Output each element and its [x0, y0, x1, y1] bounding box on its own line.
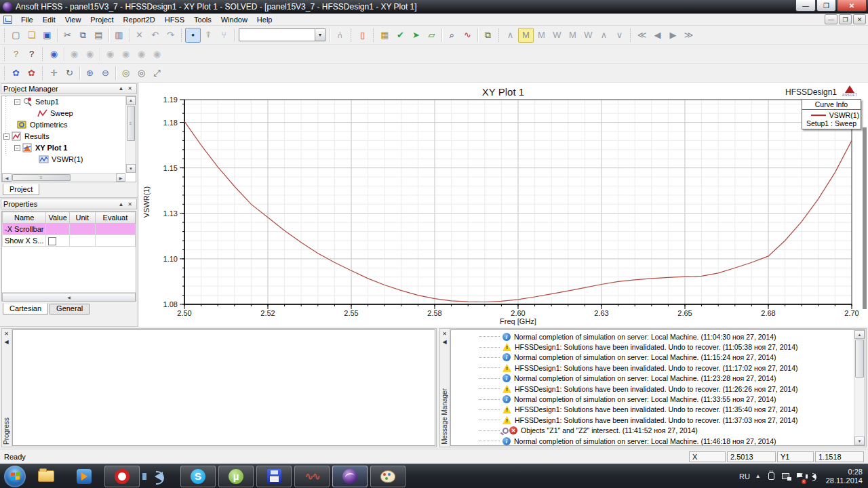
- help-book-icon[interactable]: ?: [8, 47, 24, 62]
- new-icon[interactable]: ▢: [8, 28, 24, 43]
- scroll-right-icon[interactable]: ▶: [116, 174, 125, 182]
- view-show-all-icon[interactable]: ◉: [118, 47, 134, 62]
- taskbar-app-hfss[interactable]: [332, 466, 368, 487]
- nav-first-icon[interactable]: ≪: [634, 28, 650, 43]
- column-header-name[interactable]: Name: [3, 212, 46, 224]
- taskbar-app-save-tool[interactable]: [256, 466, 292, 487]
- taskbar-app-utorrent[interactable]: µ: [218, 466, 254, 487]
- mdi-close-button[interactable]: ✕: [853, 14, 866, 24]
- machine-display-icon[interactable]: ▯: [355, 28, 370, 43]
- boolean-unite-icon[interactable]: ✿: [24, 66, 39, 81]
- tab-general[interactable]: General: [50, 304, 90, 314]
- restore-button[interactable]: ❐: [816, 0, 836, 12]
- boolean-subtract-icon[interactable]: ✿: [8, 66, 24, 81]
- wave-peak-icon[interactable]: ∧: [596, 28, 612, 43]
- properties-horizontal-scrollbar[interactable]: ◀ ≡ ▶: [2, 292, 136, 301]
- view-active-icon[interactable]: ◉: [46, 47, 62, 62]
- scroll-down-icon[interactable]: ▼: [854, 436, 865, 445]
- wave-m-icon[interactable]: M: [534, 28, 549, 43]
- tree-item-results[interactable]: −Results: [2, 131, 125, 142]
- toolbar-grip[interactable]: [3, 28, 6, 42]
- taskbar-app-explorer[interactable]: [28, 466, 64, 487]
- toolbar-grip[interactable]: [41, 47, 44, 61]
- message-row[interactable]: iNormal completion of simulation on serv…: [452, 352, 853, 363]
- scroll-thumb[interactable]: ≡: [136, 293, 136, 301]
- close-button[interactable]: ✕: [837, 0, 867, 12]
- scroll-left-icon[interactable]: ◀: [2, 174, 12, 182]
- close-icon[interactable]: ✕: [441, 329, 449, 338]
- scroll-down-icon[interactable]: ▼: [126, 164, 136, 173]
- context-help-icon[interactable]: ?: [24, 47, 39, 62]
- orient-axes-icon[interactable]: ⤢: [149, 66, 165, 81]
- volume-icon[interactable]: [809, 472, 819, 481]
- undo-icon[interactable]: ↶: [147, 28, 163, 43]
- taskbar-app-paint[interactable]: [370, 466, 406, 487]
- taskbar-app-volume-mixer[interactable]: [142, 466, 178, 487]
- datasets-icon[interactable]: ▦: [377, 28, 393, 43]
- tab-cartesian[interactable]: Cartesian: [3, 303, 48, 314]
- wave-dip-icon[interactable]: ∨: [612, 28, 627, 43]
- collapse-left-icon[interactable]: ◀: [3, 338, 11, 346]
- xy-plot-canvas[interactable]: 2.502.522.552.582.602.632.652.682.701.08…: [138, 83, 867, 325]
- menu-item-project[interactable]: Project: [85, 14, 118, 25]
- power-icon[interactable]: [766, 472, 776, 481]
- message-row[interactable]: iNormal completion of simulation on serv…: [452, 394, 853, 404]
- tree-item-sweep[interactable]: Sweep: [2, 108, 125, 119]
- action-center-flag-icon[interactable]: ✕: [795, 472, 805, 481]
- message-row[interactable]: !HFSSDesign1: Solutions have been invali…: [452, 363, 853, 373]
- nav-prev-icon[interactable]: ◀: [650, 28, 665, 43]
- collapse-box-icon[interactable]: −: [14, 99, 20, 105]
- branch-icon[interactable]: ⑃: [332, 28, 348, 43]
- taskbar-app-media-player[interactable]: [66, 466, 102, 487]
- open-icon[interactable]: ❏: [24, 28, 39, 43]
- tree-horizontal-scrollbar[interactable]: ◀ ≡ ▶: [2, 173, 125, 182]
- hidden-icons-chevron[interactable]: ▲: [755, 473, 761, 479]
- collapse-box-icon[interactable]: −: [3, 134, 9, 140]
- menu-item-hfss[interactable]: HFSS: [160, 14, 189, 25]
- close-icon[interactable]: ✕: [3, 329, 11, 338]
- menu-item-edit[interactable]: Edit: [38, 14, 60, 25]
- zoom-out-window-icon[interactable]: ⊖: [98, 66, 113, 81]
- message-row[interactable]: !HFSSDesign1: Solutions have been invali…: [452, 342, 853, 352]
- mdi-minimize-button[interactable]: —: [825, 14, 837, 24]
- toolbar-grip[interactable]: [349, 28, 353, 42]
- menu-item-file[interactable]: File: [16, 14, 38, 25]
- probe-icon[interactable]: ⍒: [201, 28, 216, 43]
- wave-mm-icon[interactable]: M: [518, 28, 534, 43]
- delete-icon[interactable]: ✕: [132, 28, 147, 43]
- analyze-all-icon[interactable]: ➤: [408, 28, 424, 43]
- zoom-search-icon[interactable]: ⌕: [444, 28, 460, 43]
- minimize-button[interactable]: —: [795, 0, 816, 12]
- collapse-icon[interactable]: ▲: [117, 85, 125, 93]
- property-row[interactable]: Show X S...: [3, 235, 136, 247]
- wave-w-icon[interactable]: W: [549, 28, 565, 43]
- tree-vertical-scrollbar[interactable]: ▲ ≡ ▼: [125, 96, 136, 173]
- message-row[interactable]: iNormal completion of simulation on serv…: [452, 331, 853, 342]
- toolbar-grip[interactable]: [629, 28, 632, 42]
- menu-item-view[interactable]: View: [60, 14, 86, 25]
- property-value[interactable]: [46, 235, 69, 247]
- tree-item-vswr-1-[interactable]: VSWR(1): [2, 154, 125, 165]
- curve-info-legend[interactable]: Curve Info VSWR(1) Setup1 : Sweep: [802, 99, 861, 129]
- close-icon[interactable]: ✕: [125, 200, 134, 208]
- taskbar-app-curves-tool[interactable]: ∿∿: [294, 466, 330, 487]
- print-icon[interactable]: ▥: [111, 28, 127, 43]
- save-icon[interactable]: ▣: [39, 28, 55, 43]
- scroll-thumb[interactable]: ≡: [127, 106, 135, 141]
- view-hide-all-icon[interactable]: ◉: [102, 47, 118, 62]
- wave-m2-icon[interactable]: M: [565, 28, 580, 43]
- message-vertical-scrollbar[interactable]: ▲ ▼: [854, 330, 865, 445]
- menu-item-help[interactable]: Help: [252, 14, 277, 25]
- collapse-left-icon[interactable]: ◀: [441, 338, 449, 346]
- column-header-unit[interactable]: Unit: [69, 212, 95, 224]
- split-icon[interactable]: ⑂: [216, 28, 232, 43]
- fit-all-icon[interactable]: ◎: [118, 66, 134, 81]
- collapse-icon[interactable]: ▲: [117, 200, 125, 208]
- message-row[interactable]: iNormal completion of simulation on serv…: [452, 436, 853, 446]
- taskbar-app-opera[interactable]: [104, 466, 140, 487]
- message-row[interactable]: ✕Objects "Z1" and "Z2" intersect. (11:41…: [452, 426, 853, 436]
- select-object-icon[interactable]: ▪: [185, 28, 201, 43]
- paste-icon[interactable]: ▤: [91, 28, 106, 43]
- network-icon[interactable]: [781, 472, 791, 481]
- menu-item-tools[interactable]: Tools: [189, 14, 216, 25]
